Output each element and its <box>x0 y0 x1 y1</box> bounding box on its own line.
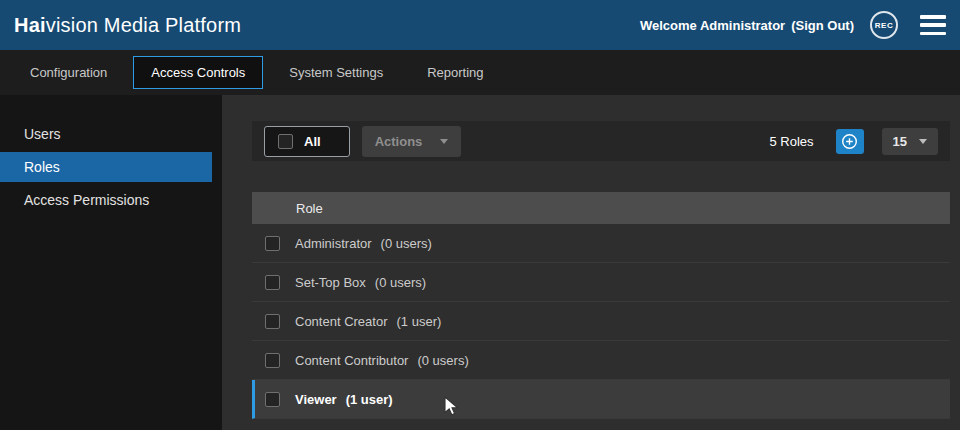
rec-label: REC <box>875 21 893 30</box>
tab-reporting[interactable]: Reporting <box>409 56 501 89</box>
role-users-count: (1 user) <box>397 314 442 329</box>
table-row-administrator[interactable]: Administrator (0 users) <box>252 224 950 263</box>
role-users-count: (0 users) <box>417 353 468 368</box>
welcome-text: Welcome Administrator <box>640 18 785 33</box>
roles-count-label: 5 Roles <box>769 134 813 149</box>
table-row-content-contributor[interactable]: Content Contributor (0 users) <box>252 341 950 380</box>
header-right: Welcome Administrator (Sign Out) REC <box>640 11 946 39</box>
caret-down-icon <box>440 139 448 144</box>
app-header: Haivision Media Platform Welcome Adminis… <box>0 0 960 50</box>
tab-access-controls[interactable]: Access Controls <box>133 56 263 89</box>
role-name: Content Creator <box>295 314 388 329</box>
toolbar: All Actions 5 Roles 15 <box>252 121 950 161</box>
main-panel: All Actions 5 Roles 15 Role <box>222 95 960 430</box>
sidebar-item-access-permissions[interactable]: Access Permissions <box>0 185 222 215</box>
menu-icon[interactable] <box>920 15 946 35</box>
tab-configuration[interactable]: Configuration <box>12 56 125 89</box>
table-row-content-creator[interactable]: Content Creator (1 user) <box>252 302 950 341</box>
actions-label: Actions <box>375 134 423 149</box>
page-size-value: 15 <box>893 134 907 149</box>
add-icon <box>841 133 858 150</box>
sign-out-link[interactable]: (Sign Out) <box>791 18 854 33</box>
add-role-button[interactable] <box>836 129 864 154</box>
row-checkbox[interactable] <box>265 392 280 407</box>
sidebar: Users Roles Access Permissions <box>0 95 222 430</box>
tab-system-settings[interactable]: System Settings <box>271 56 401 89</box>
table-header: Role <box>252 192 950 224</box>
menu-bar <box>920 23 946 27</box>
content-area: Users Roles Access Permissions All Actio… <box>0 95 960 430</box>
row-checkbox[interactable] <box>265 314 280 329</box>
sidebar-item-users[interactable]: Users <box>0 119 222 149</box>
sidebar-item-roles[interactable]: Roles <box>0 152 212 182</box>
rec-badge[interactable]: REC <box>870 11 898 39</box>
brand-bold: Hai <box>14 14 46 36</box>
app-logo: Haivision Media Platform <box>14 14 241 37</box>
main-nav: Configuration Access Controls System Set… <box>0 50 960 95</box>
column-header-role: Role <box>296 201 323 216</box>
select-all-label: All <box>304 134 321 149</box>
role-users-count: (0 users) <box>375 275 426 290</box>
menu-bar <box>920 15 946 19</box>
role-name: Content Contributor <box>295 353 408 368</box>
row-checkbox[interactable] <box>265 275 280 290</box>
caret-down-icon <box>919 139 927 144</box>
role-users-count: (1 user) <box>346 392 393 407</box>
menu-bar <box>920 32 946 36</box>
role-users-count: (0 users) <box>381 236 432 251</box>
role-name: Viewer <box>295 392 337 407</box>
select-all-button[interactable]: All <box>264 126 350 157</box>
role-name: Administrator <box>295 236 372 251</box>
select-all-checkbox[interactable] <box>278 134 293 149</box>
actions-dropdown[interactable]: Actions <box>362 126 462 157</box>
roles-table: Role Administrator (0 users) Set-Top Box… <box>252 192 950 419</box>
table-row-set-top-box[interactable]: Set-Top Box (0 users) <box>252 263 950 302</box>
row-checkbox[interactable] <box>265 353 280 368</box>
page-size-dropdown[interactable]: 15 <box>882 128 938 155</box>
brand-rest: vision Media Platform <box>46 14 241 36</box>
row-checkbox[interactable] <box>265 236 280 251</box>
table-row-viewer[interactable]: Viewer (1 user) <box>252 380 950 419</box>
role-name: Set-Top Box <box>295 275 366 290</box>
